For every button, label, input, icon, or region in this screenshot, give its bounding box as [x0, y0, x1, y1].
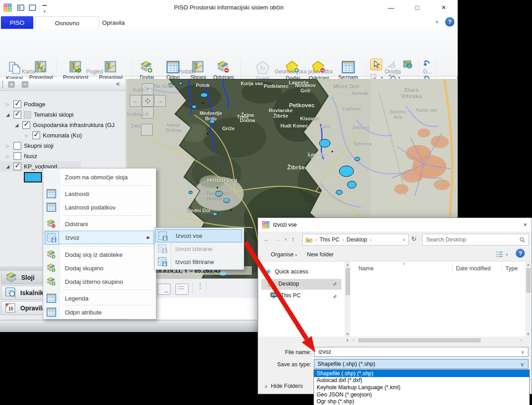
collapse-panel-icon[interactable]: < — [116, 81, 120, 87]
menu-item-dodaj-sloj-datoteke[interactable]: Dodaj sloj iz datoteke — [44, 248, 154, 261]
new-folder-button[interactable]: New folder — [307, 251, 334, 258]
pan-down-button[interactable]: ↓ — [142, 107, 154, 118]
panel-toolbar: + − < — [0, 79, 126, 91]
hide-folders-button[interactable]: ∧ Hide Folders — [264, 383, 303, 389]
checkbox-checked[interactable] — [14, 163, 21, 170]
group-label-pogled: Pogled — [57, 68, 132, 75]
column-name[interactable]: Name — [359, 265, 373, 272]
checkbox-checked[interactable] — [23, 121, 30, 129]
type-option-ogr[interactable]: Ogr shp (*.shp) — [314, 398, 529, 405]
expander-icon[interactable]: ▷ — [23, 133, 30, 138]
submenu-item-izvozi-vse[interactable]: Izvozi vse — [155, 229, 242, 242]
maximize-button[interactable]: □ — [408, 1, 426, 14]
expander-icon[interactable]: ▷ — [5, 154, 11, 159]
grip-icon[interactable] — [2, 81, 5, 88]
view-dropdown-icon[interactable]: ▾ — [506, 253, 508, 257]
checkbox-unchecked[interactable] — [14, 152, 21, 160]
left-scroll-bottom[interactable]: ∨ — [345, 337, 350, 343]
tree-item-podlage[interactable]: ▷ Podlage — [0, 99, 126, 109]
screenshot-stage: ▾ PISO Prostorski informacijski sistem o… — [0, 0, 532, 405]
search-input[interactable] — [425, 236, 519, 243]
breadcrumb-dropdown-icon[interactable]: ∨ — [402, 237, 405, 242]
breadcrumb-sep: › — [370, 237, 371, 242]
left-nav-scrollbar[interactable]: ∧ ∨ — [345, 262, 350, 337]
dialog-help-icon[interactable]: ? — [516, 249, 525, 258]
search-box[interactable] — [422, 234, 529, 246]
up-button[interactable]: ↑ — [291, 236, 295, 243]
exp.ander-icon[interactable]: ▷ — [5, 144, 11, 148]
organise-button[interactable]: Organise ▾ — [271, 251, 297, 258]
export-submenu: Izvozi vse Izvozi izbrane Izvozi filtrir… — [154, 228, 244, 270]
dialog-title: Izvozi vse — [273, 222, 297, 228]
menu-item-dodaj-izbirno-skupino[interactable]: Dodaj izbirno skupino — [44, 275, 154, 288]
view-mode-icon[interactable] — [496, 251, 503, 258]
type-option-kml[interactable]: Keyhole Markup Language (*.kml) — [314, 384, 529, 391]
toolbar-divider — [192, 282, 193, 294]
checkbox-checked[interactable] — [32, 132, 40, 139]
tree-item-nusz[interactable]: ▷ Nusz — [0, 151, 126, 161]
submenu-item-izvozi-filtrirane[interactable]: Izvozi filtrirane — [155, 255, 242, 268]
expand-all-icon[interactable]: + — [8, 81, 15, 88]
ribbon-collapse-icon[interactable]: ∧ — [433, 19, 441, 25]
pan-left-button[interactable]: ← — [130, 95, 141, 107]
list-scrollbar[interactable]: ∧ ∨ — [525, 262, 531, 337]
save-as-type-combo[interactable]: Shapefile (.shp) (*.shp) ∨ — [314, 359, 528, 369]
pan-right-button[interactable]: → — [154, 95, 166, 107]
refresh-icon[interactable]: ↻ — [411, 235, 417, 242]
combo-dropdown-icon[interactable]: ∨ — [520, 361, 524, 368]
breadcrumb-desktop[interactable]: Desktop — [346, 237, 367, 243]
breadcrumb[interactable]: › This PC › Desktop › ∨ — [302, 234, 409, 246]
type-option-shapefile[interactable]: Shapefile (.shp) (*.shp) — [314, 370, 529, 377]
menu-item-izvoz[interactable]: Izvoz ▶ — [44, 231, 154, 244]
checkbox-checked[interactable] — [14, 100, 21, 108]
menu-item-zoom-extent[interactable]: Zoom na območje sloja — [44, 170, 154, 184]
menu-item-legenda[interactable]: Legenda — [44, 291, 154, 305]
column-type[interactable]: Type — [505, 265, 518, 272]
tree-item-gospodarska[interactable]: ◢ Gospodarska infrastruktura (GJ — [0, 120, 126, 130]
close-button[interactable]: × — [435, 1, 453, 14]
type-option-autocad[interactable]: Autocad dxf (*.dxf) — [314, 377, 529, 384]
expander-icon[interactable]: ◢ — [5, 164, 11, 169]
full-extent-button[interactable] — [142, 95, 154, 107]
menu-item-odstrani[interactable]: Odstrani — [44, 217, 154, 231]
pan-up-button[interactable]: ↑ — [142, 83, 154, 95]
callout-disabled-icon[interactable] — [157, 283, 171, 295]
combo-dropdown-icon[interactable]: ∨ — [521, 350, 524, 355]
forward-button[interactable]: → — [274, 236, 281, 243]
collapse-all-icon[interactable]: − — [22, 81, 28, 88]
dialog-close-button[interactable]: × — [515, 218, 532, 232]
menu-item-lastnosti[interactable]: Lastnosti — [44, 187, 154, 200]
geolocate-button[interactable] — [422, 59, 432, 68]
file-name-input[interactable] — [318, 348, 528, 355]
history-dropdown-icon[interactable]: ∨ — [284, 237, 287, 241]
menu-item-dodaj-skupino[interactable]: Dodaj skupino — [44, 261, 154, 275]
file-name-combo[interactable]: ∨ — [314, 347, 528, 357]
column-date-modified[interactable]: Date modified — [456, 265, 491, 272]
nav-this-pc[interactable]: This PC — [270, 292, 300, 299]
help-icon[interactable]: ? — [445, 17, 455, 27]
minimize-button[interactable]: — — [382, 1, 400, 14]
layers-add-icon — [46, 250, 56, 259]
nav-quick-access[interactable]: Quick access — [265, 268, 308, 275]
tree-item-tematski[interactable]: ◢ Tematski sklopi — [0, 109, 126, 120]
zoom-box-button[interactable] — [141, 124, 153, 136]
type-option-geojson[interactable]: Geo JSON (*.geojson) — [314, 391, 529, 398]
tree-item-komunala[interactable]: ▷ Komunala (Ko) — [0, 130, 126, 141]
menu-item-lastnosti-podatkov[interactable]: Lastnosti podatkov — [44, 200, 154, 214]
back-button[interactable]: ← — [264, 236, 270, 243]
breadcrumb-this-pc[interactable]: This PC — [319, 237, 339, 243]
tab-opravila[interactable]: Opravila — [83, 16, 144, 29]
expander-icon[interactable]: ◢ — [14, 123, 20, 127]
submenu-item-izvozi-izbrane[interactable]: Izvozi izbrane — [155, 242, 242, 255]
expander-icon[interactable]: ◢ — [5, 112, 11, 117]
horizontal-scrollbar[interactable]: ‹ › — [351, 337, 524, 343]
more-tools-icon[interactable]: ⋮ — [197, 282, 204, 290]
nav-desktop-selected[interactable]: Desktop — [261, 279, 341, 290]
tab-piso[interactable]: PISO — [1, 16, 33, 29]
checkbox-checked[interactable] — [14, 111, 21, 118]
tree-item-skupni[interactable]: ▷ Skupni sloji — [0, 141, 126, 151]
menu-item-odpri-atribute[interactable]: Odpri atribute — [44, 305, 154, 319]
legend-box-disabled-icon[interactable] — [175, 283, 189, 295]
expander-icon[interactable]: ▷ — [5, 102, 11, 107]
checkbox-unchecked[interactable] — [14, 142, 21, 150]
